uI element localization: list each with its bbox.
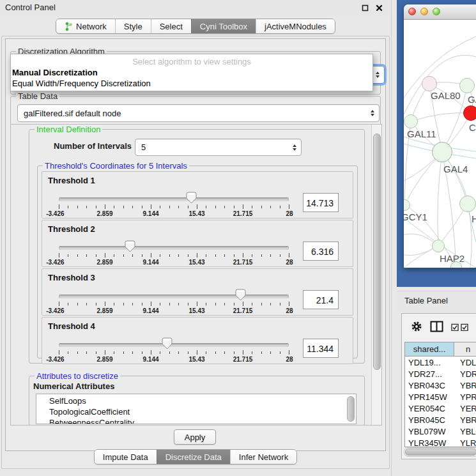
apply-button-label: Apply (185, 433, 206, 442)
network-window[interactable]: GAL80GACGAL11GAL4GCY1HHAP2 (404, 4, 476, 268)
close-window-icon[interactable] (408, 8, 416, 15)
slider-thumb-icon[interactable] (162, 337, 173, 349)
cell-name[interactable]: YBL0 (454, 427, 476, 436)
apply-button[interactable]: Apply (174, 429, 216, 445)
column-header-shared-name[interactable]: shared... (405, 342, 454, 356)
threshold-value-field[interactable]: 14.713 (303, 193, 339, 212)
tab-impute-data[interactable]: Impute Data (95, 450, 157, 464)
tab-label: jActiveMNodules (265, 22, 326, 31)
network-node-ga[interactable] (459, 78, 475, 93)
algorithm-option[interactable]: Manual Discretization (11, 67, 372, 78)
table-header: shared... n (405, 342, 476, 357)
cell-name[interactable]: YBR0 (454, 381, 476, 390)
network-node-h[interactable] (459, 196, 476, 212)
float-window-button[interactable] (360, 3, 369, 12)
columns-icon[interactable] (430, 321, 443, 334)
network-node-hap2[interactable] (432, 240, 445, 252)
cell-name[interactable]: YER0 (454, 404, 476, 413)
threshold-slider[interactable]: -3.4262.8599.14415.4321.71528 (59, 172, 289, 218)
zoom-window-icon[interactable] (433, 8, 440, 15)
table-row[interactable]: YLR345WYLR3 (405, 437, 476, 447)
network-node-c[interactable] (463, 105, 476, 121)
top-tabs-segmented-control: NetworkStyleSelectCyni ToolboxjActiveMNo… (56, 19, 335, 34)
attribute-list-item[interactable]: BetweennessCentrality (36, 417, 356, 424)
threshold-value-field[interactable]: 6.316 (303, 242, 339, 261)
table-row[interactable]: YER054CYER0 (405, 403, 476, 414)
cell-name[interactable]: YLR3 (454, 438, 476, 448)
network-window-titlebar[interactable] (404, 4, 476, 20)
tab-discretize-data[interactable]: Discretize Data (157, 450, 230, 464)
tab-select[interactable]: Select (151, 19, 191, 33)
table-row[interactable]: YDR27...YDR2 (405, 368, 476, 380)
slider-track[interactable] (59, 197, 289, 201)
threshold-value-field[interactable]: 11.344 (303, 339, 339, 358)
tab-infer-network[interactable]: Infer Network (230, 450, 296, 464)
attribute-list-item[interactable]: TopologicalCoefficient (36, 406, 356, 417)
node-label: GA (468, 94, 476, 105)
table-rows: YDL19...YDL1YDR27...YDR2YBR043CYBR0YPR14… (405, 357, 476, 447)
table-data-group: Table Data galFiltered.sif default node (10, 96, 381, 125)
cell-shared-name[interactable]: YPR145W (405, 392, 454, 402)
hscrollbar-thumb[interactable] (405, 449, 476, 456)
network-canvas[interactable]: GAL80GACGAL11GAL4GCY1HHAP2 (404, 20, 476, 268)
panel-title: Control Panel (5, 3, 56, 12)
network-node-gal4[interactable] (432, 142, 452, 162)
table-row[interactable]: YBL079WYBL0 (405, 426, 476, 437)
threshold-value-field[interactable]: 21.4 (303, 290, 339, 309)
cell-name[interactable]: YDL1 (454, 358, 476, 367)
scrollbar-thumb[interactable] (373, 134, 381, 370)
slider-ticks (59, 253, 289, 259)
slider-track[interactable] (59, 295, 289, 298)
numerical-attributes-list[interactable]: SelfLoopsTopologicalCoefficientBetweenne… (36, 394, 357, 424)
algorithm-option[interactable]: Equal Width/Frequency Discretization (11, 78, 372, 89)
slider-track[interactable] (59, 343, 289, 347)
select-all-icons[interactable] (451, 323, 468, 331)
cell-shared-name[interactable]: YLR345W (405, 438, 454, 448)
threshold-slider[interactable]: -3.4262.8599.14415.4321.71528 (59, 269, 289, 315)
slider-thumb-icon[interactable] (125, 240, 135, 252)
cell-shared-name[interactable]: YBR045C (405, 415, 454, 425)
threshold-slider[interactable]: -3.4262.8599.14415.4321.71528 (59, 220, 289, 266)
cell-shared-name[interactable]: YER054C (405, 404, 454, 413)
cell-shared-name[interactable]: YDL19... (405, 358, 454, 367)
tab-network[interactable]: Network (56, 19, 115, 33)
network-node-gal11[interactable] (404, 114, 418, 128)
cell-name[interactable]: YDR2 (454, 369, 476, 379)
node-label: GAL4 (443, 164, 468, 174)
tab-label: Network (76, 22, 107, 31)
column-header-name[interactable]: n (454, 342, 476, 356)
attribute-items: SelfLoopsTopologicalCoefficientBetweenne… (36, 394, 356, 424)
threshold-panel: Threshold 2 -3.4262.8599.14415.4321.7152… (42, 220, 353, 267)
checkbox-icon (451, 323, 459, 331)
threshold-slider[interactable]: -3.4262.8599.14415.4321.71528 (59, 318, 289, 364)
slider-thumb-icon[interactable] (235, 289, 246, 301)
close-panel-button[interactable] (374, 3, 383, 12)
minimize-window-icon[interactable] (420, 8, 428, 15)
attribute-list-item[interactable]: SelfLoops (36, 395, 356, 406)
table-horizontal-scrollbar[interactable] (404, 447, 476, 457)
tab-jactivemnodules[interactable]: jActiveMNodules (256, 19, 335, 33)
list-scrollbar-thumb[interactable] (347, 396, 355, 422)
node-attribute-table: shared... n YDL19...YDL1YDR27...YDR2YBR0… (404, 342, 476, 447)
cell-shared-name[interactable]: YBL079W (405, 427, 454, 436)
table-row[interactable]: YPR145WYPR1 (405, 391, 476, 403)
network-node-gal80[interactable] (422, 76, 437, 91)
table-row[interactable]: YBR043CYBR0 (405, 380, 476, 391)
tab-label: Impute Data (103, 452, 148, 462)
cell-shared-name[interactable]: YDR27... (405, 369, 454, 379)
gear-icon[interactable] (411, 321, 422, 334)
number-of-intervals-combobox[interactable]: 5 (135, 139, 302, 156)
tab-style[interactable]: Style (115, 19, 151, 33)
cell-shared-name[interactable]: YBR043C (405, 381, 454, 390)
slider-ticks (59, 302, 289, 307)
cell-name[interactable]: YBR0 (454, 415, 476, 425)
slider-thumb-icon[interactable] (186, 192, 197, 204)
algorithm-prompt-item[interactable]: Select algorithm to view settings (11, 54, 372, 67)
cell-name[interactable]: YPR1 (454, 392, 476, 402)
slider-track[interactable] (59, 246, 289, 250)
table-row[interactable]: YDL19...YDL1 (405, 357, 476, 368)
table-row[interactable]: YBR045CYBR0 (405, 414, 476, 426)
table-data-combobox[interactable]: galFiltered.sif default node (17, 104, 380, 122)
tab-cyni-toolbox[interactable]: Cyni Toolbox (191, 19, 256, 33)
settings-vertical-scrollbar[interactable] (371, 125, 381, 425)
